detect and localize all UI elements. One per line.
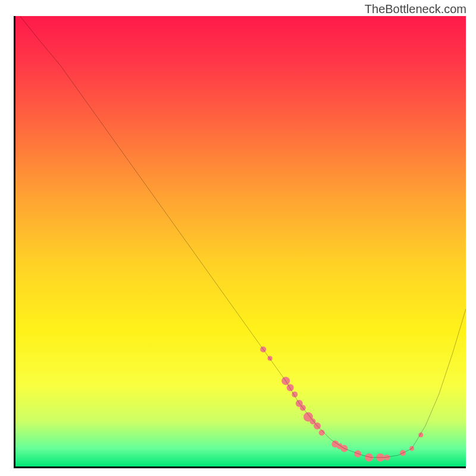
plot-area	[14, 16, 466, 468]
scatter-points-group	[260, 346, 423, 462]
data-point	[354, 450, 361, 458]
data-point	[287, 384, 294, 392]
data-point	[268, 356, 273, 361]
bottleneck-curve	[20, 16, 466, 458]
attribution-text: TheBottleneck.com	[365, 2, 466, 16]
data-point	[319, 430, 325, 436]
curve-overlay	[15, 16, 466, 466]
